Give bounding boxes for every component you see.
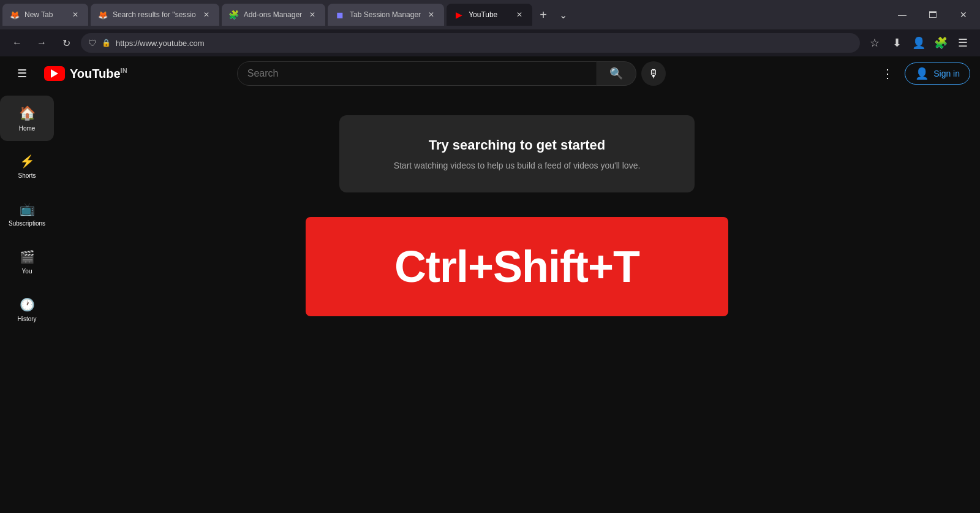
sidebar-shorts-label: Shorts (18, 172, 36, 179)
more-options-button[interactable]: ⋮ (875, 61, 900, 86)
tab-close-addons[interactable]: ✕ (307, 9, 318, 20)
search-prompt-subtitle: Start watching videos to help us build a… (364, 161, 670, 170)
history-icon: 🕐 (20, 297, 35, 312)
youtube-country-label: IN (121, 67, 127, 74)
tab-title-session: Tab Session Manager (350, 10, 421, 19)
tab-title-search: Search results for "sessio (113, 10, 196, 19)
close-button[interactable]: ✕ (949, 5, 978, 25)
address-bar[interactable]: 🛡 🔒 https://www.youtube.com (81, 33, 860, 53)
tab-close-new-tab[interactable]: ✕ (70, 9, 81, 20)
tab-search[interactable]: 🦊 Search results for "sessio ✕ (91, 4, 219, 26)
tab-favicon-session: ◼ (335, 10, 345, 20)
maximize-button[interactable]: 🗖 (919, 5, 947, 25)
browser-menu-button[interactable]: ☰ (953, 33, 973, 53)
pocket-button[interactable]: ⬇ (887, 33, 907, 53)
youtube-main-content: Try searching to get started Start watch… (54, 91, 980, 513)
search-input[interactable] (247, 68, 587, 79)
tab-new-tab[interactable]: 🦊 New Tab ✕ (2, 4, 88, 26)
minimize-button[interactable]: — (888, 5, 916, 25)
search-input-wrap[interactable] (237, 61, 597, 86)
extensions-button[interactable]: 🧩 (931, 33, 951, 53)
youtube-logo-icon (44, 66, 65, 81)
youtube-content: 🏠 Home ⚡ Shorts 📺 Subscriptions 🎬 You 🕐 … (0, 91, 980, 513)
youtube-menu-button[interactable]: ☰ (10, 61, 34, 86)
sidebar-subscriptions-label: Subscriptions (9, 220, 45, 227)
ctrl-shift-t-text: Ctrl+Shift+T (394, 241, 639, 292)
ctrl-shift-t-banner: Ctrl+Shift+T (306, 217, 728, 316)
new-tab-button[interactable]: + (535, 6, 552, 23)
tab-close-youtube[interactable]: ✕ (514, 9, 525, 20)
tab-title-addons: Add-ons Manager (244, 10, 302, 19)
tab-favicon-new-tab: 🦊 (10, 10, 20, 20)
sidebar-item-you[interactable]: 🎬 You (0, 239, 54, 284)
search-prompt-title: Try searching to get started (364, 137, 670, 153)
sign-in-icon: 👤 (915, 67, 929, 80)
back-button[interactable]: ← (7, 33, 27, 53)
tab-bar: 🦊 New Tab ✕ 🦊 Search results for "sessio… (0, 0, 980, 29)
tab-title-youtube: YouTube (469, 10, 509, 19)
window-controls: — 🗖 ✕ (888, 5, 978, 25)
youtube-logo[interactable]: YouTubeIN (44, 66, 127, 81)
profile-button[interactable]: 👤 (909, 33, 929, 53)
shield-icon: 🛡 (88, 38, 97, 48)
sidebar-item-home[interactable]: 🏠 Home (0, 96, 54, 141)
you-icon: 🎬 (20, 249, 35, 264)
sidebar-item-history[interactable]: 🕐 History (0, 287, 54, 332)
youtube-header-right: ⋮ 👤 Sign in (875, 61, 970, 86)
tab-favicon-search: 🦊 (98, 10, 108, 20)
forward-button[interactable]: → (32, 33, 51, 53)
navigation-bar: ← → ↻ 🛡 🔒 https://www.youtube.com ☆ ⬇ 👤 … (0, 29, 980, 56)
tab-list: 🦊 New Tab ✕ 🦊 Search results for "sessio… (2, 4, 887, 26)
microphone-button[interactable]: 🎙 (641, 61, 666, 86)
search-icon: 🔍 (609, 67, 623, 80)
tab-youtube[interactable]: ▶ YouTube ✕ (447, 4, 532, 26)
shorts-icon: ⚡ (20, 154, 35, 169)
tab-favicon-addons: 🧩 (229, 10, 239, 20)
tab-addons[interactable]: 🧩 Add-ons Manager ✕ (222, 4, 325, 26)
tab-list-dropdown-button[interactable]: ⌄ (554, 6, 571, 23)
sidebar-history-label: History (17, 316, 36, 322)
youtube-header: ☰ YouTubeIN 🔍 🎙 ⋮ 👤 Sign in (0, 56, 980, 91)
lock-icon: 🔒 (102, 39, 111, 47)
mic-icon: 🎙 (648, 67, 659, 80)
tab-favicon-youtube: ▶ (454, 10, 464, 20)
sidebar-home-label: Home (19, 125, 36, 132)
youtube-logo-text: YouTubeIN (70, 67, 127, 81)
tab-close-session[interactable]: ✕ (426, 9, 437, 20)
sidebar-you-label: You (22, 268, 32, 275)
subscriptions-icon: 📺 (20, 202, 35, 216)
sidebar-item-shorts[interactable]: ⚡ Shorts (0, 143, 54, 189)
browser-chrome: 🦊 New Tab ✕ 🦊 Search results for "sessio… (0, 0, 980, 56)
url-text[interactable]: https://www.youtube.com (116, 39, 853, 48)
reload-button[interactable]: ↻ (56, 33, 76, 53)
youtube-search-bar: 🔍 🎙 (237, 61, 666, 86)
search-prompt-card: Try searching to get started Start watch… (339, 115, 695, 192)
tab-session-manager[interactable]: ◼ Tab Session Manager ✕ (328, 4, 444, 26)
tab-close-search[interactable]: ✕ (201, 9, 212, 20)
nav-right-controls: ☆ ⬇ 👤 🧩 ☰ (865, 33, 973, 53)
youtube-play-icon (51, 69, 58, 78)
youtube-app: ☰ YouTubeIN 🔍 🎙 ⋮ 👤 Sign in (0, 56, 980, 513)
sidebar-item-subscriptions[interactable]: 📺 Subscriptions (0, 191, 54, 237)
search-button[interactable]: 🔍 (597, 61, 636, 86)
sign-in-button[interactable]: 👤 Sign in (905, 63, 970, 85)
home-icon: 🏠 (19, 105, 36, 121)
tab-title-new-tab: New Tab (24, 10, 65, 19)
bookmark-button[interactable]: ☆ (865, 33, 884, 53)
youtube-sidebar: 🏠 Home ⚡ Shorts 📺 Subscriptions 🎬 You 🕐 … (0, 91, 54, 513)
sign-in-label: Sign in (933, 69, 960, 78)
